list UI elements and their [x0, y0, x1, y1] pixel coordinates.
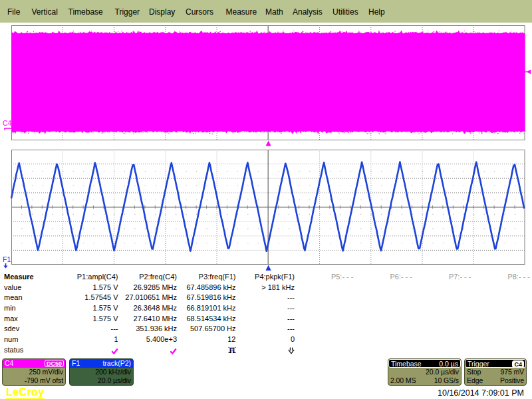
svg-text:F1: F1	[3, 255, 11, 263]
svg-text:C4: C4	[3, 119, 12, 127]
